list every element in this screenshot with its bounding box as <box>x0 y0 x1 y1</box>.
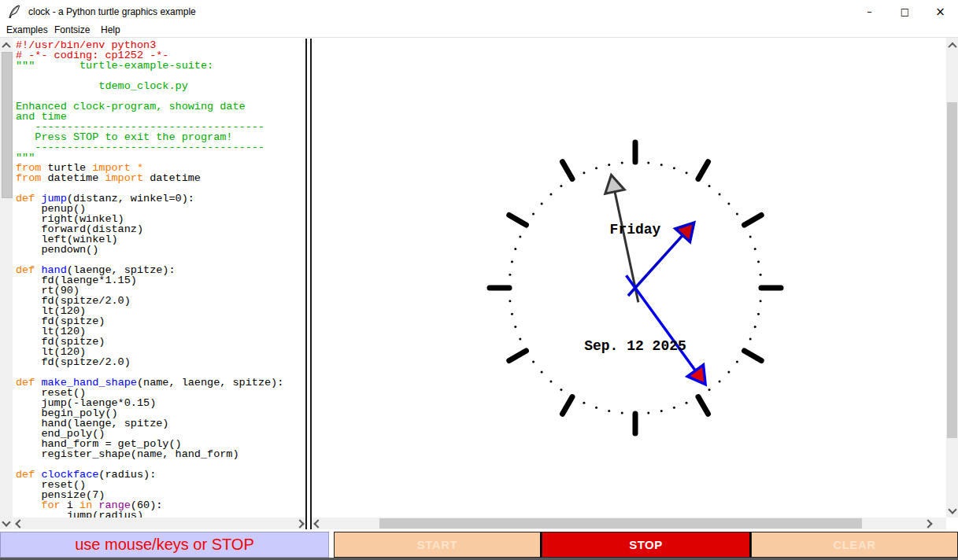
status-message: use mouse/keys or STOP <box>0 532 329 558</box>
hour-mark <box>563 162 573 179</box>
minute-dot <box>509 274 511 276</box>
close-button[interactable]: × <box>923 0 958 24</box>
code-horizontal-scrollbar[interactable] <box>13 518 305 529</box>
minute-dot <box>621 161 623 164</box>
canvas-vertical-scrollbar[interactable] <box>946 38 958 518</box>
code-vertical-scrollbar[interactable] <box>0 38 13 529</box>
hour-mark <box>745 351 762 361</box>
scroll-right-icon[interactable] <box>294 518 305 529</box>
minute-dot <box>608 164 610 166</box>
scroll-down-icon[interactable] <box>946 503 958 515</box>
scroll-up-icon[interactable] <box>946 39 958 51</box>
weekday-label: Friday <box>610 222 661 238</box>
hour-mark <box>509 351 527 361</box>
minute-dot <box>660 410 663 412</box>
code-line: jump(radius) <box>16 510 305 518</box>
minute-dot <box>583 171 585 174</box>
minute-dot <box>660 164 663 166</box>
minute-dot <box>686 171 688 174</box>
minute-dot <box>621 412 623 414</box>
minute-dot <box>511 260 513 263</box>
minute-dot <box>549 193 552 196</box>
code-line: register_shape(name, hand_form) <box>16 449 305 459</box>
feather-icon <box>8 5 21 19</box>
hour-mark <box>509 216 527 226</box>
minute-dot <box>749 338 752 341</box>
minute-dot <box>647 412 649 414</box>
code-vscroll-thumb[interactable] <box>2 52 13 198</box>
window-title: clock - a Python turtle graphics example <box>28 0 196 24</box>
minute-dot <box>749 235 752 238</box>
canvas-hscroll-thumb[interactable] <box>379 518 862 529</box>
code-text[interactable]: #!/usr/bin/env python3# -*- coding: cp12… <box>13 38 305 518</box>
minute-dot <box>541 371 543 374</box>
minute-dot <box>647 161 649 164</box>
minute-dot <box>757 260 760 263</box>
minute-dot <box>736 361 738 363</box>
maximize-button[interactable]: □ <box>887 0 923 24</box>
scroll-left-icon[interactable] <box>13 518 25 529</box>
code-line: from datetime import datetime <box>16 173 305 183</box>
hour-mark <box>745 216 762 226</box>
hour-mark <box>698 397 708 414</box>
minute-dot <box>673 407 675 409</box>
minute-dot <box>719 380 721 382</box>
code-line: fd(spitze/2.0) <box>16 357 305 367</box>
canvas-vscroll-thumb[interactable] <box>947 102 957 438</box>
control-bar: use mouse/keys or STOP START STOP CLEAR <box>0 532 958 558</box>
minute-dot <box>583 402 585 404</box>
menu-fontsize[interactable]: Fontsize <box>54 24 90 37</box>
date-label: Sep. 12 2025 <box>584 338 686 354</box>
minute-dot <box>760 274 762 276</box>
minute-dot <box>608 410 610 412</box>
minimize-button[interactable]: – <box>852 0 887 24</box>
minute-dot <box>595 407 597 409</box>
minute-dot <box>719 193 721 196</box>
minute-dot <box>760 300 762 302</box>
minute-dot <box>541 202 543 204</box>
minute-dot <box>514 248 516 250</box>
minute-dot <box>708 185 711 187</box>
hour-mark <box>698 162 708 179</box>
code-line: pendown() <box>16 245 305 255</box>
turtle-canvas[interactable]: FridaySep. 12 2025 <box>312 38 946 518</box>
title-bar: clock - a Python turtle graphics example… <box>0 0 958 24</box>
minute-dot <box>595 167 597 169</box>
minute-dot <box>532 212 534 215</box>
minute-dot <box>519 338 521 341</box>
stop-button[interactable]: STOP <box>542 532 751 558</box>
scroll-left-icon[interactable] <box>312 518 324 529</box>
minute-dot <box>549 380 552 382</box>
minute-dot <box>673 167 675 169</box>
minute-dot <box>511 313 513 315</box>
minute-dot <box>686 402 688 404</box>
menu-bar: Examples Fontsize Help <box>0 24 958 38</box>
scroll-right-icon[interactable] <box>922 518 934 529</box>
minute-dot <box>727 202 730 204</box>
hour-mark <box>563 397 573 414</box>
minute-dot <box>757 313 760 315</box>
start-button[interactable]: START <box>334 532 542 558</box>
minute-dot <box>519 235 521 238</box>
minute-dot <box>514 326 516 328</box>
clock-svg: FridaySep. 12 2025 <box>312 38 946 518</box>
minute-dot <box>532 361 534 363</box>
menu-help[interactable]: Help <box>101 24 120 37</box>
minute-hand <box>618 270 713 390</box>
minute-dot <box>727 371 730 374</box>
pane-sash[interactable] <box>305 39 312 529</box>
minute-dot <box>708 389 711 391</box>
menu-examples[interactable]: Examples <box>6 24 48 37</box>
second-hand <box>601 173 648 304</box>
canvas-horizontal-scrollbar[interactable] <box>312 518 946 529</box>
minute-dot <box>560 185 562 187</box>
scroll-up-icon[interactable] <box>0 39 13 51</box>
code-line: """ turtle-example-suite: <box>16 61 305 71</box>
minute-dot <box>736 212 738 215</box>
minute-dot <box>509 300 511 302</box>
minute-dot <box>560 389 562 391</box>
clear-button[interactable]: CLEAR <box>751 532 958 558</box>
code-line: tdemo_clock.py <box>16 81 305 91</box>
scroll-down-icon[interactable] <box>0 516 13 528</box>
minute-dot <box>754 326 756 328</box>
